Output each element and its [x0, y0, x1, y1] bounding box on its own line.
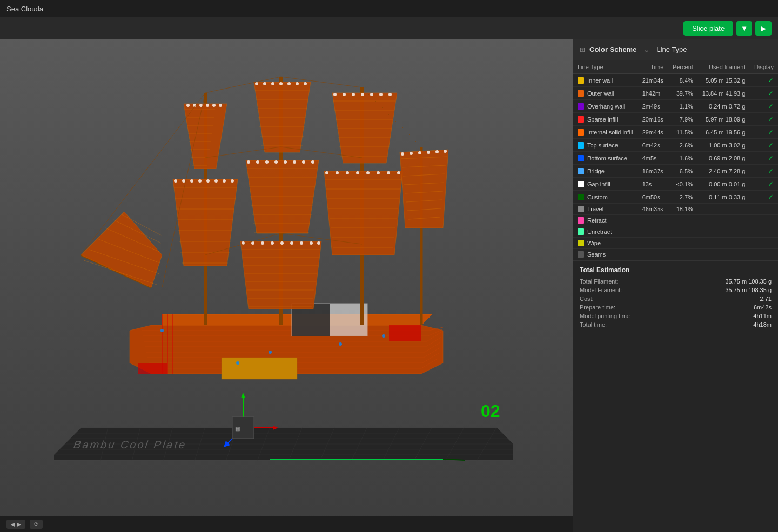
estimation-value: 4h18m: [753, 321, 772, 328]
total-estimation-header: Total Estimation: [580, 266, 772, 274]
line-type-display[interactable]: [749, 204, 778, 215]
line-type-display[interactable]: ✓: [749, 165, 778, 178]
table-row[interactable]: Outer wall 1h42m 39.7% 13.84 m 41.93 g ✓: [573, 87, 778, 100]
svg-point-49: [219, 104, 222, 107]
line-type-percent: [668, 249, 697, 260]
line-type-time: [638, 215, 668, 226]
display-check-icon: ✓: [768, 193, 774, 201]
line-type-display[interactable]: ✓: [749, 178, 778, 191]
slice-arrow-button[interactable]: ▼: [736, 21, 752, 36]
svg-point-145: [366, 171, 370, 174]
svg-marker-185: [138, 363, 167, 374]
line-type-display[interactable]: ✓: [749, 126, 778, 139]
right-panel: ⊞ Color Scheme ⌄ Line Type Line Type Tim…: [573, 39, 778, 532]
color-swatch: [578, 206, 584, 212]
table-row[interactable]: Bottom surface 4m5s 1.6% 0.69 m 2.08 g ✓: [573, 152, 778, 165]
line-type-display[interactable]: [749, 226, 778, 238]
line-type-percent: 2.7%: [668, 191, 697, 204]
nav-button[interactable]: ◀ ▶: [6, 520, 25, 529]
svg-marker-50: [173, 179, 238, 266]
svg-point-79: [287, 82, 291, 85]
line-type-display[interactable]: ✓: [749, 100, 778, 113]
send-button[interactable]: ▶: [755, 21, 772, 36]
panel-collapse-icon[interactable]: ⊞: [580, 46, 585, 53]
reset-view-button[interactable]: ⟳: [30, 520, 43, 529]
line-type-cell: Retract: [573, 215, 638, 226]
line-type-display[interactable]: ✓: [749, 152, 778, 165]
line-type-time: 21m34s: [638, 74, 668, 87]
svg-point-158: [401, 152, 404, 156]
table-row[interactable]: Bridge 16m37s 6.5% 2.40 m 7.28 g ✓: [573, 165, 778, 178]
svg-text:▦: ▦: [235, 426, 240, 432]
color-swatch: [578, 142, 584, 149]
svg-marker-186: [389, 325, 421, 341]
line-type-cell: Outer wall: [573, 87, 638, 100]
line-type-time: 13s: [638, 178, 668, 191]
line-type-cell: Unretract: [573, 226, 638, 238]
line-type-name: Overhang wall: [587, 103, 625, 110]
line-type-display[interactable]: ✓: [749, 87, 778, 100]
line-type-time: 6m50s: [638, 191, 668, 204]
svg-point-184: [236, 361, 239, 365]
line-type-display[interactable]: ✓: [749, 113, 778, 126]
line-type-percent: [668, 226, 697, 238]
line-type-label: Line Type: [656, 45, 687, 53]
line-type-display[interactable]: ✓: [749, 191, 778, 204]
line-type-display[interactable]: [749, 249, 778, 260]
svg-marker-132: [324, 171, 403, 255]
line-type-display[interactable]: ✓: [749, 139, 778, 152]
line-type-display[interactable]: ✓: [749, 74, 778, 87]
line-type-time: 29m44s: [638, 126, 668, 139]
color-swatch: [578, 77, 584, 84]
table-row[interactable]: Travel 46m35s 18.1%: [573, 204, 778, 215]
svg-point-142: [336, 171, 339, 174]
color-scheme-label: Color Scheme: [589, 45, 636, 53]
display-check-icon: ✓: [768, 167, 774, 175]
svg-point-144: [356, 171, 359, 174]
table-row[interactable]: Custom 6m50s 2.7% 0.11 m 0.33 g ✓: [573, 191, 778, 204]
svg-point-96: [293, 160, 296, 164]
line-type-cell: Bridge: [573, 165, 638, 178]
table-row[interactable]: Seams: [573, 249, 778, 260]
line-type-name: Top surface: [587, 142, 618, 149]
svg-point-93: [265, 160, 269, 164]
titlebar: Sea Clouda: [0, 0, 778, 17]
table-row[interactable]: Gap infill 13s <0.1% 0.00 m 0.01 g ✓: [573, 178, 778, 191]
estimation-row: Prepare time: 6m42s: [580, 304, 772, 311]
line-type-filament: 5.05 m 15.32 g: [697, 74, 750, 87]
line-type-time: [638, 238, 668, 249]
line-type-display[interactable]: [749, 238, 778, 249]
line-type-display[interactable]: [749, 215, 778, 226]
table-row[interactable]: Sparse infill 20m16s 7.9% 5.97 m 18.09 g…: [573, 113, 778, 126]
col-display: Display: [749, 60, 778, 74]
svg-point-183: [382, 334, 385, 338]
svg-point-159: [410, 152, 413, 155]
line-type-name: Wipe: [587, 240, 601, 246]
svg-point-116: [317, 241, 320, 245]
table-row[interactable]: Wipe: [573, 238, 778, 249]
svg-marker-164: [81, 212, 162, 287]
svg-point-129: [370, 93, 373, 96]
svg-point-75: [255, 82, 258, 85]
estimation-label: Total Filament:: [580, 278, 619, 285]
display-check-icon: ✓: [768, 89, 774, 97]
line-type-cell: Top surface: [573, 139, 638, 152]
slice-button-label: Slice plate: [692, 24, 725, 32]
line-type-filament: 13.84 m 41.93 g: [697, 87, 750, 100]
svg-point-64: [214, 179, 218, 183]
estimation-label: Cost:: [580, 295, 594, 302]
svg-point-65: [223, 179, 226, 183]
slice-button[interactable]: Slice plate: [683, 21, 733, 36]
table-row[interactable]: Internal solid infill 29m44s 11.5% 6.45 …: [573, 126, 778, 139]
line-type-percent: [668, 238, 697, 249]
table-row[interactable]: Unretract: [573, 226, 778, 238]
col-line-type: Line Type: [573, 60, 638, 74]
table-row[interactable]: Inner wall 21m34s 8.4% 5.05 m 15.32 g ✓: [573, 74, 778, 87]
table-row[interactable]: Overhang wall 2m49s 1.1% 0.24 m 0.72 g ✓: [573, 100, 778, 113]
color-swatch: [578, 194, 584, 200]
svg-point-91: [247, 160, 250, 164]
estimation-row: Total time: 4h18m: [580, 321, 772, 328]
line-type-percent: 7.9%: [668, 113, 697, 126]
table-row[interactable]: Retract: [573, 215, 778, 226]
table-row[interactable]: Top surface 6m42s 2.6% 1.00 m 3.02 g ✓: [573, 139, 778, 152]
